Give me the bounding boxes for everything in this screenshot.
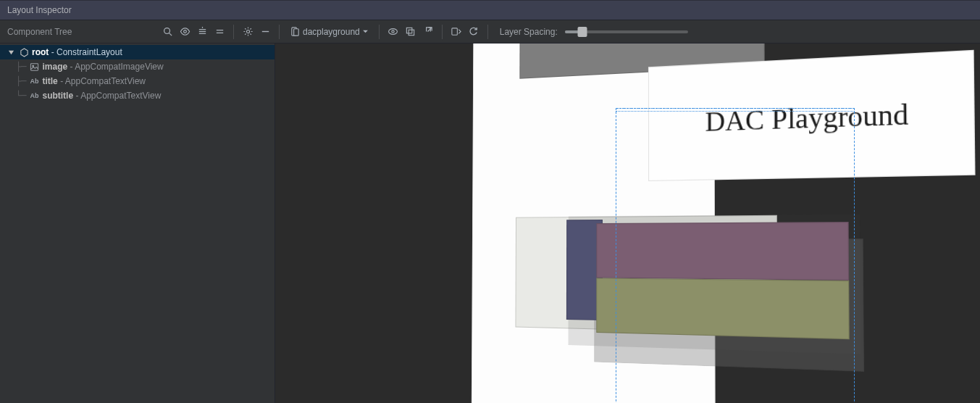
separator [379, 25, 380, 39]
refresh-icon[interactable] [466, 24, 482, 40]
tree-node-name: root [32, 47, 49, 57]
layout-viewport-panel: DAC Playground [275, 43, 980, 403]
chevron-down-icon[interactable] [6, 49, 16, 56]
expand-all-icon[interactable] [194, 24, 210, 40]
image-icon [29, 62, 39, 72]
svg-rect-17 [452, 28, 458, 35]
tree-node-subtitle[interactable]: └─ Ab subtitle - AppCompatTextView [0, 88, 275, 103]
toolbar: Component Tree da [0, 20, 980, 43]
layout-3d-viewport[interactable]: DAC Playground [275, 43, 980, 403]
tree-node-image[interactable]: ├─ image - AppCompatImageView [0, 59, 275, 74]
svg-rect-14 [407, 28, 413, 33]
svg-point-8 [246, 30, 249, 33]
layer-spacing-label: Layer Spacing: [500, 27, 558, 37]
slider-thumb[interactable] [577, 27, 587, 37]
text-icon: Ab [29, 92, 39, 99]
svg-point-13 [392, 30, 394, 33]
window-title-bar: Layout Inspector [0, 0, 980, 20]
component-tree-header: Component Tree [0, 27, 159, 37]
separator [487, 25, 488, 39]
svg-line-1 [169, 33, 172, 36]
tree-connector: ├─ [16, 76, 26, 86]
select-layer-icon[interactable] [403, 24, 419, 40]
selection-outline [616, 108, 855, 403]
svg-rect-11 [294, 29, 299, 36]
body: root - ConstraintLayout ├─ image - AppCo… [0, 43, 980, 403]
live-update-icon[interactable] [448, 24, 464, 40]
process-name: dacplayground [303, 27, 360, 37]
tree-node-name: subtitle [42, 91, 73, 101]
layout-icon [19, 48, 29, 57]
minimize-icon[interactable] [257, 24, 273, 40]
svg-point-19 [33, 65, 34, 67]
svg-rect-18 [30, 63, 38, 70]
svg-rect-15 [409, 30, 414, 36]
gear-icon[interactable] [240, 24, 256, 40]
layout-inspector-window: Layout Inspector Component Tree [0, 0, 980, 403]
show-bounds-icon[interactable] [385, 24, 401, 40]
tree-node-root[interactable]: root - ConstraintLayout [0, 45, 275, 59]
collapse-all-icon[interactable] [212, 24, 227, 40]
tree-connector: └─ [16, 91, 26, 101]
tree-node-type: - AppCompatTextView [75, 91, 161, 101]
svg-line-16 [428, 28, 432, 32]
export-icon[interactable] [420, 24, 436, 40]
separator [442, 25, 443, 39]
chevron-down-icon [362, 28, 369, 35]
tree-node-name: title [42, 76, 57, 86]
visibility-icon[interactable] [177, 24, 193, 40]
component-tree-panel: root - ConstraintLayout ├─ image - AppCo… [0, 43, 275, 403]
search-icon[interactable] [159, 24, 175, 40]
separator [233, 25, 234, 39]
component-tree[interactable]: root - ConstraintLayout ├─ image - AppCo… [0, 43, 275, 103]
window-title: Layout Inspector [7, 5, 72, 15]
process-selector[interactable]: dacplayground [285, 26, 373, 37]
tree-node-type: - AppCompatImageView [70, 62, 163, 72]
separator [279, 25, 280, 39]
tree-connector: ├─ [16, 62, 26, 72]
tree-node-name: image [42, 62, 67, 72]
tree-node-type: - AppCompatTextView [60, 76, 146, 86]
tree-node-type: - ConstraintLayout [51, 47, 122, 57]
svg-point-0 [164, 28, 169, 34]
text-icon: Ab [29, 78, 39, 85]
svg-point-12 [389, 29, 398, 35]
svg-point-2 [183, 30, 186, 33]
tree-node-title[interactable]: ├─ Ab title - AppCompatTextView [0, 74, 275, 88]
layer-spacing-slider[interactable] [565, 30, 688, 33]
